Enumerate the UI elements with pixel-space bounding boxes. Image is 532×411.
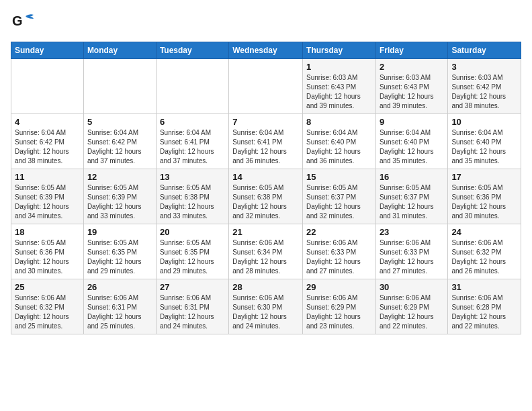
day-info: Sunrise: 6:06 AM Sunset: 6:32 PM Dayligh… [15,293,80,331]
day-info: Sunrise: 6:06 AM Sunset: 6:33 PM Dayligh… [380,238,444,276]
day-info: Sunrise: 6:04 AM Sunset: 6:40 PM Dayligh… [451,128,517,166]
logo-icon: G [11,11,35,35]
day-info: Sunrise: 6:05 AM Sunset: 6:39 PM Dayligh… [87,183,152,221]
calendar-week-row: 1Sunrise: 6:03 AM Sunset: 6:43 PM Daylig… [11,59,521,114]
calendar-cell: 8Sunrise: 6:04 AM Sunset: 6:40 PM Daylig… [303,114,376,169]
day-number: 1 [306,62,372,72]
day-info: Sunrise: 6:06 AM Sunset: 6:28 PM Dayligh… [451,293,517,331]
weekday-header-row: SundayMondayTuesdayWednesdayThursdayFrid… [11,42,521,59]
day-number: 19 [87,227,152,237]
day-number: 20 [160,227,225,237]
day-info: Sunrise: 6:03 AM Sunset: 6:43 PM Dayligh… [306,73,372,111]
calendar-cell: 31Sunrise: 6:06 AM Sunset: 6:28 PM Dayli… [448,279,521,334]
day-number: 24 [451,227,517,237]
calendar-cell: 21Sunrise: 6:06 AM Sunset: 6:34 PM Dayli… [229,224,303,279]
day-info: Sunrise: 6:06 AM Sunset: 6:33 PM Dayligh… [306,238,372,276]
calendar-cell: 1Sunrise: 6:03 AM Sunset: 6:43 PM Daylig… [303,59,376,114]
day-info: Sunrise: 6:04 AM Sunset: 6:40 PM Dayligh… [306,128,372,166]
calendar-cell: 11Sunrise: 6:05 AM Sunset: 6:39 PM Dayli… [11,169,84,224]
calendar-cell: 20Sunrise: 6:05 AM Sunset: 6:35 PM Dayli… [156,224,228,279]
day-number: 13 [160,172,225,182]
day-number: 6 [160,117,225,127]
calendar-cell: 4Sunrise: 6:04 AM Sunset: 6:42 PM Daylig… [11,114,84,169]
calendar-cell [156,59,228,114]
day-number: 26 [87,282,152,292]
day-info: Sunrise: 6:05 AM Sunset: 6:36 PM Dayligh… [15,238,80,276]
calendar-cell: 2Sunrise: 6:03 AM Sunset: 6:43 PM Daylig… [375,59,447,114]
day-number: 25 [15,282,80,292]
calendar-week-row: 25Sunrise: 6:06 AM Sunset: 6:32 PM Dayli… [11,279,521,334]
calendar-cell: 15Sunrise: 6:05 AM Sunset: 6:37 PM Dayli… [303,169,376,224]
day-info: Sunrise: 6:04 AM Sunset: 6:41 PM Dayligh… [232,128,299,166]
page-header: G [11,11,521,35]
day-number: 21 [232,227,299,237]
day-number: 10 [451,117,517,127]
day-number: 15 [306,172,372,182]
day-number: 2 [380,62,444,72]
calendar-cell: 5Sunrise: 6:04 AM Sunset: 6:42 PM Daylig… [83,114,156,169]
calendar-cell: 18Sunrise: 6:05 AM Sunset: 6:36 PM Dayli… [11,224,84,279]
day-info: Sunrise: 6:05 AM Sunset: 6:38 PM Dayligh… [232,183,299,221]
weekday-header-thursday: Thursday [303,42,376,59]
day-info: Sunrise: 6:03 AM Sunset: 6:42 PM Dayligh… [451,73,517,111]
logo: G [11,11,38,35]
day-info: Sunrise: 6:06 AM Sunset: 6:31 PM Dayligh… [87,293,152,331]
day-number: 14 [232,172,299,182]
svg-text:G: G [12,13,23,28]
day-info: Sunrise: 6:06 AM Sunset: 6:29 PM Dayligh… [380,293,444,331]
day-info: Sunrise: 6:06 AM Sunset: 6:32 PM Dayligh… [451,238,517,276]
day-info: Sunrise: 6:05 AM Sunset: 6:38 PM Dayligh… [160,183,225,221]
day-number: 8 [306,117,372,127]
day-info: Sunrise: 6:05 AM Sunset: 6:35 PM Dayligh… [160,238,225,276]
calendar-cell: 9Sunrise: 6:04 AM Sunset: 6:40 PM Daylig… [375,114,447,169]
calendar-cell: 6Sunrise: 6:04 AM Sunset: 6:41 PM Daylig… [156,114,228,169]
day-number: 9 [380,117,444,127]
day-number: 17 [451,172,517,182]
calendar-cell [11,59,84,114]
calendar-week-row: 11Sunrise: 6:05 AM Sunset: 6:39 PM Dayli… [11,169,521,224]
weekday-header-tuesday: Tuesday [156,42,228,59]
day-number: 28 [232,282,299,292]
day-info: Sunrise: 6:05 AM Sunset: 6:39 PM Dayligh… [15,183,80,221]
calendar-cell: 10Sunrise: 6:04 AM Sunset: 6:40 PM Dayli… [448,114,521,169]
day-number: 23 [380,227,444,237]
day-number: 29 [306,282,372,292]
day-number: 16 [380,172,444,182]
calendar-cell: 28Sunrise: 6:06 AM Sunset: 6:30 PM Dayli… [229,279,303,334]
calendar-cell: 3Sunrise: 6:03 AM Sunset: 6:42 PM Daylig… [448,59,521,114]
day-number: 3 [451,62,517,72]
day-info: Sunrise: 6:05 AM Sunset: 6:37 PM Dayligh… [306,183,372,221]
calendar-table: SundayMondayTuesdayWednesdayThursdayFrid… [11,42,521,334]
day-number: 30 [380,282,444,292]
calendar-cell: 26Sunrise: 6:06 AM Sunset: 6:31 PM Dayli… [83,279,156,334]
day-info: Sunrise: 6:04 AM Sunset: 6:41 PM Dayligh… [160,128,225,166]
weekday-header-wednesday: Wednesday [229,42,303,59]
day-number: 7 [232,117,299,127]
calendar-cell: 22Sunrise: 6:06 AM Sunset: 6:33 PM Dayli… [303,224,376,279]
day-info: Sunrise: 6:04 AM Sunset: 6:42 PM Dayligh… [87,128,152,166]
calendar-cell: 30Sunrise: 6:06 AM Sunset: 6:29 PM Dayli… [375,279,447,334]
day-info: Sunrise: 6:03 AM Sunset: 6:43 PM Dayligh… [380,73,444,111]
weekday-header-friday: Friday [375,42,447,59]
weekday-header-sunday: Sunday [11,42,84,59]
day-number: 27 [160,282,225,292]
calendar-cell: 23Sunrise: 6:06 AM Sunset: 6:33 PM Dayli… [375,224,447,279]
day-info: Sunrise: 6:06 AM Sunset: 6:31 PM Dayligh… [160,293,225,331]
weekday-header-saturday: Saturday [448,42,521,59]
day-number: 18 [15,227,80,237]
day-number: 12 [87,172,152,182]
calendar-week-row: 18Sunrise: 6:05 AM Sunset: 6:36 PM Dayli… [11,224,521,279]
calendar-cell: 7Sunrise: 6:04 AM Sunset: 6:41 PM Daylig… [229,114,303,169]
day-number: 5 [87,117,152,127]
calendar-cell: 12Sunrise: 6:05 AM Sunset: 6:39 PM Dayli… [83,169,156,224]
calendar-cell: 16Sunrise: 6:05 AM Sunset: 6:37 PM Dayli… [375,169,447,224]
calendar-cell: 17Sunrise: 6:05 AM Sunset: 6:36 PM Dayli… [448,169,521,224]
weekday-header-monday: Monday [83,42,156,59]
calendar-cell [229,59,303,114]
day-info: Sunrise: 6:05 AM Sunset: 6:37 PM Dayligh… [380,183,444,221]
day-info: Sunrise: 6:06 AM Sunset: 6:29 PM Dayligh… [306,293,372,331]
day-info: Sunrise: 6:04 AM Sunset: 6:40 PM Dayligh… [380,128,444,166]
calendar-cell: 29Sunrise: 6:06 AM Sunset: 6:29 PM Dayli… [303,279,376,334]
day-info: Sunrise: 6:06 AM Sunset: 6:34 PM Dayligh… [232,238,299,276]
day-info: Sunrise: 6:05 AM Sunset: 6:35 PM Dayligh… [87,238,152,276]
